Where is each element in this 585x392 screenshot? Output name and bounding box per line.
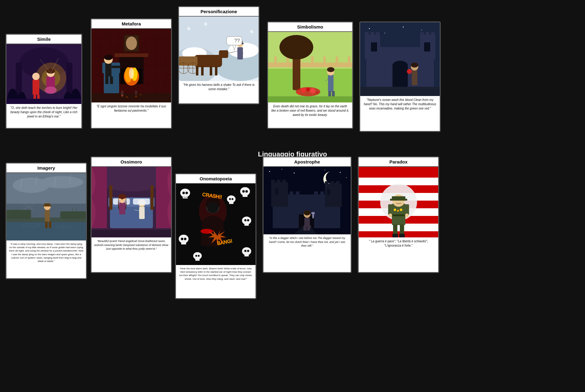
- svg-point-191: [242, 190, 245, 193]
- paradox-quote: " La guerra è pace"; "La libertà è schia…: [359, 237, 438, 250]
- svg-rect-119: [376, 32, 380, 37]
- svg-point-225: [325, 170, 325, 170]
- svg-point-211: [229, 198, 231, 200]
- svg-point-223: [282, 169, 282, 170]
- svg-rect-10: [33, 79, 39, 95]
- svg-rect-125: [371, 42, 377, 52]
- personificazione-title: Personificazione: [179, 7, 259, 17]
- svg-point-45: [126, 96, 127, 98]
- svg-rect-149: [45, 210, 50, 222]
- svg-rect-90: [336, 56, 338, 67]
- svg-text:??: ??: [234, 38, 240, 43]
- card-ossimoro: Ossimoro: [91, 156, 172, 273]
- card-simbolismo: Simbolismo: [267, 21, 353, 129]
- svg-point-216: [207, 202, 218, 213]
- svg-point-226: [340, 172, 341, 173]
- personificazione-image: ?? ❄ ❄ ❄: [179, 17, 259, 81]
- svg-rect-236: [325, 181, 329, 186]
- apostrophe-image: [263, 167, 351, 234]
- svg-point-110: [384, 33, 385, 33]
- svg-point-224: [294, 173, 295, 174]
- svg-point-130: [407, 69, 412, 74]
- svg-rect-40: [105, 76, 108, 84]
- svg-rect-85: [274, 56, 277, 67]
- svg-rect-202: [244, 254, 249, 256]
- paradox-title: Paradox: [359, 157, 438, 167]
- card-personificazione: Personificazione: [178, 6, 259, 104]
- imagery-title: Imagery: [6, 163, 86, 173]
- apostrophe-quote: "Is this a dagger which I see before me …: [263, 234, 351, 250]
- ossimoro-title: Ossimoro: [92, 157, 171, 167]
- svg-rect-58: [196, 66, 198, 75]
- svg-rect-84: [268, 63, 352, 67]
- svg-rect-121: [426, 32, 429, 37]
- imagery-image: [6, 173, 86, 240]
- topright-image: [360, 22, 440, 96]
- svg-rect-126: [424, 42, 430, 52]
- svg-rect-117: [365, 32, 369, 37]
- svg-rect-243: [275, 188, 278, 194]
- svg-rect-273: [400, 225, 404, 235]
- svg-point-212: [232, 198, 233, 200]
- svg-point-11: [32, 73, 40, 80]
- svg-rect-39: [111, 66, 121, 68]
- svg-point-222: [269, 171, 270, 172]
- svg-point-48: [121, 90, 124, 96]
- svg-point-270: [388, 213, 392, 217]
- svg-point-102: [327, 67, 334, 72]
- svg-point-109: [369, 28, 370, 29]
- svg-rect-238: [336, 181, 340, 186]
- svg-rect-145: [6, 210, 31, 219]
- svg-point-199: [181, 238, 183, 240]
- card-imagery: Imagery: [6, 163, 87, 279]
- svg-rect-244: [327, 189, 330, 195]
- ossimoro-image: [92, 167, 171, 237]
- svg-rect-132: [360, 87, 440, 96]
- svg-rect-241: [314, 191, 318, 196]
- svg-rect-275: [399, 234, 405, 237]
- svg-rect-36: [105, 63, 111, 76]
- svg-point-247: [304, 210, 310, 215]
- card-metafora: Metafora: [91, 18, 172, 129]
- svg-rect-249: [303, 226, 306, 231]
- svg-rect-91: [348, 56, 350, 67]
- svg-rect-234: [277, 180, 280, 184]
- svg-point-253: [311, 211, 315, 217]
- imagery-quote: "It was a rainy morning, and very damp. …: [6, 240, 86, 265]
- svg-point-207: [195, 255, 197, 257]
- svg-point-136: [40, 176, 83, 188]
- svg-rect-146: [60, 211, 86, 219]
- svg-point-196: [247, 219, 249, 221]
- topright-quote: "Neptune's ocean wash this blood Clean f…: [360, 96, 440, 113]
- svg-point-200: [184, 238, 186, 240]
- svg-rect-269: [405, 204, 409, 215]
- svg-rect-59: [201, 66, 204, 75]
- svg-rect-155: [45, 221, 48, 228]
- svg-point-46: [135, 96, 137, 97]
- svg-rect-41: [110, 76, 113, 84]
- svg-rect-69: [237, 47, 243, 60]
- svg-rect-232: [325, 184, 342, 207]
- svg-rect-242: [320, 191, 324, 196]
- svg-rect-237: [330, 181, 334, 186]
- svg-point-177: [124, 200, 126, 202]
- svg-rect-274: [392, 234, 398, 237]
- svg-rect-233: [271, 180, 275, 184]
- svg-rect-206: [195, 258, 200, 261]
- svg-point-176: [119, 200, 120, 202]
- svg-rect-182: [92, 230, 171, 237]
- svg-point-124: [392, 61, 408, 70]
- svg-rect-60: [210, 66, 212, 75]
- svg-point-97: [310, 88, 315, 94]
- card-apostrophe: Apostrophe: [263, 156, 352, 273]
- svg-point-33: [126, 37, 137, 50]
- svg-point-195: [244, 219, 247, 221]
- simile-quote: "O, she doth teach the torches to burn b…: [6, 104, 81, 121]
- svg-point-203: [244, 250, 247, 252]
- svg-point-173: [118, 194, 126, 199]
- svg-point-38: [104, 55, 113, 60]
- svg-rect-198: [181, 241, 186, 244]
- svg-rect-156: [49, 221, 51, 228]
- svg-point-208: [198, 255, 200, 257]
- svg-text:❄: ❄: [187, 26, 191, 31]
